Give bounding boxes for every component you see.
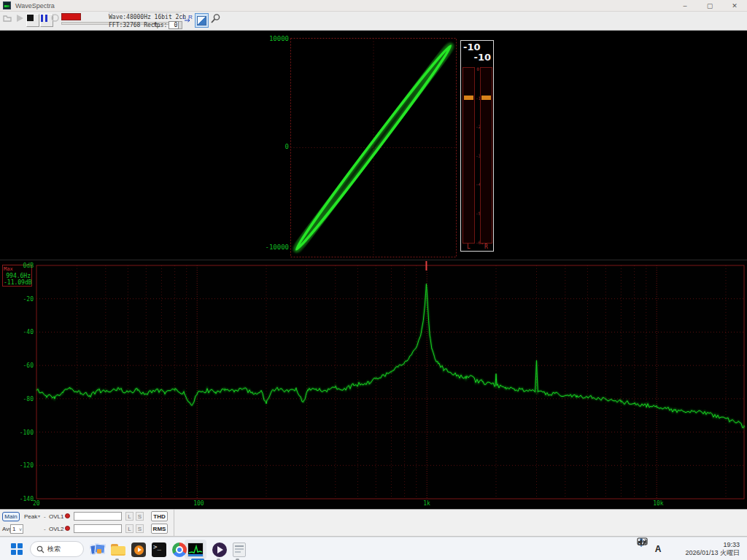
ovl1-l-button[interactable]: L <box>125 512 133 521</box>
wavespectra-icon <box>187 542 204 557</box>
peak-level: -11.09dB <box>4 279 31 286</box>
taskbar-app-terminal[interactable]: >_ <box>150 541 168 559</box>
maximize-button[interactable]: ▢ <box>697 0 722 12</box>
ovl2-l-button[interactable]: L <box>125 524 133 533</box>
spectrum-y-label: -60 <box>9 362 34 369</box>
file-explorer-icon <box>111 544 125 556</box>
taskbar-app-media-player[interactable] <box>211 541 228 559</box>
play-button[interactable] <box>15 14 27 27</box>
xy-axis-mid-label: 0 <box>263 143 289 150</box>
rms-button[interactable]: RMS <box>151 524 168 534</box>
record-button[interactable] <box>51 14 61 27</box>
window-title: WaveSpectra <box>15 2 55 9</box>
meter-bar-left <box>462 67 475 244</box>
media-player-icon <box>212 542 227 557</box>
wavespectra-window: WaveSpectra – ▢ ✕ Wav <box>0 0 747 560</box>
svg-text:L: L <box>182 14 186 20</box>
photos-icon <box>90 543 105 556</box>
taskbar: 検索 >_ <box>0 537 747 560</box>
settings-magnifier-icon <box>210 13 221 24</box>
ovl2-input[interactable] <box>74 524 122 533</box>
lr-axis-icon: L R <box>182 13 193 24</box>
settings-button[interactable] <box>210 13 224 28</box>
ime-mode-indicator[interactable]: A <box>655 544 662 554</box>
spectrum-x-label: 20 <box>33 500 40 507</box>
spectrum-y-label: -80 <box>9 396 34 402</box>
minimize-button[interactable]: – <box>673 0 697 12</box>
meter-channel-left-label: L <box>467 244 471 250</box>
thd-button[interactable]: THD <box>151 511 168 521</box>
ovl1-led <box>65 513 70 518</box>
stop-button[interactable] <box>26 14 39 27</box>
taskbar-clock[interactable]: 19:33 2026/01/13 火曜日 <box>685 541 740 557</box>
meter-bar-right <box>480 67 492 244</box>
spectrum-y-label: -100 <box>9 429 34 436</box>
clock-time: 19:33 <box>685 541 740 549</box>
control-separator <box>174 510 174 536</box>
peak-mode-label[interactable]: Peak <box>24 513 37 520</box>
spectrum-y-label: -140 <box>9 496 34 502</box>
ovl1-s-button[interactable]: S <box>136 512 144 521</box>
record-indicator <box>61 13 81 20</box>
fps-input[interactable]: 0 <box>169 21 179 29</box>
taskbar-app-wavespectra[interactable] <box>187 541 204 559</box>
chrome-icon <box>172 542 187 557</box>
toolbar: Wave:48000Hz 16bit 2ch FFT:32768 Rect. f… <box>0 12 747 31</box>
wave-format: Wave:48000Hz 16bit 2ch <box>109 13 182 21</box>
ovl2-s-button[interactable]: S <box>136 524 144 533</box>
spectrum-y-label: -40 <box>9 329 34 335</box>
meter-left-readout: -10 <box>463 42 481 52</box>
taskbar-search[interactable]: 検索 <box>30 541 84 557</box>
search-icon <box>36 545 44 553</box>
control-bar: Main Peak ▾ - OVL1 L S THD Avg: 1 - OVL2… <box>0 509 747 537</box>
display-mode-icon <box>197 16 206 26</box>
peak-frequency: 994.6Hz <box>4 273 31 279</box>
spectrum-panel: Max 994.6Hz -11.09dB 0dB-20-40-60-80-100… <box>0 260 747 509</box>
lr-axis-button[interactable]: L R <box>182 13 196 28</box>
ovl2-dash: - <box>44 526 46 532</box>
spectrum-x-label: 100 <box>193 500 204 507</box>
peak-dropdown-icon[interactable]: ▾ <box>38 513 40 518</box>
spectrum-plot <box>0 260 747 510</box>
xy-panel: 10000 0 -10000 -10 -10 0-10-20-30-40-50-… <box>0 31 747 260</box>
ovl1-dash: - <box>44 513 46 520</box>
ovl2-led <box>65 526 70 531</box>
open-button[interactable] <box>2 14 14 27</box>
clock-date: 2026/01/13 火曜日 <box>685 549 740 557</box>
ovl1-label: OVL1 <box>49 513 63 520</box>
ovl1-input[interactable] <box>74 512 122 521</box>
svg-text:R: R <box>188 14 193 20</box>
notes-icon <box>233 542 246 557</box>
xy-axis-top-label: 10000 <box>263 35 289 42</box>
taskbar-app-media[interactable] <box>130 541 147 559</box>
display-mode-button[interactable] <box>195 13 209 28</box>
spectrum-x-label: 1k <box>423 500 430 507</box>
spectrum-y-label: 0dB <box>9 262 34 269</box>
ovl2-label: OVL2 <box>49 526 63 532</box>
taskbar-app-chrome[interactable] <box>171 541 188 559</box>
taskbar-app-file-explorer[interactable] <box>109 541 127 559</box>
app-icon <box>3 1 11 9</box>
taskbar-app-photos[interactable] <box>89 541 107 559</box>
xy-axis-bottom-label: -10000 <box>263 244 289 251</box>
spectrum-y-label: -120 <box>9 462 34 469</box>
search-placeholder: 検索 <box>47 545 61 554</box>
spectrum-y-label: -20 <box>9 296 34 303</box>
taskbar-app-notes[interactable] <box>231 541 248 559</box>
lissajous-plot <box>0 31 747 260</box>
titlebar: WaveSpectra – ▢ ✕ <box>0 0 747 12</box>
fps-label: fps: <box>153 22 167 28</box>
start-button[interactable] <box>11 543 23 555</box>
main-tab-button[interactable]: Main <box>2 512 20 521</box>
meter-channel-right-label: R <box>484 244 488 250</box>
level-meter: -10 -10 0-10-20-30-40-50-60 L R <box>460 40 494 252</box>
terminal-icon: >_ <box>152 542 166 557</box>
meter-right-readout: -10 <box>474 52 492 63</box>
spectrum-x-label: 10k <box>653 500 663 507</box>
close-button[interactable]: ✕ <box>722 0 747 12</box>
media-app-icon <box>131 542 146 557</box>
avg-select[interactable]: 1 <box>10 524 23 534</box>
